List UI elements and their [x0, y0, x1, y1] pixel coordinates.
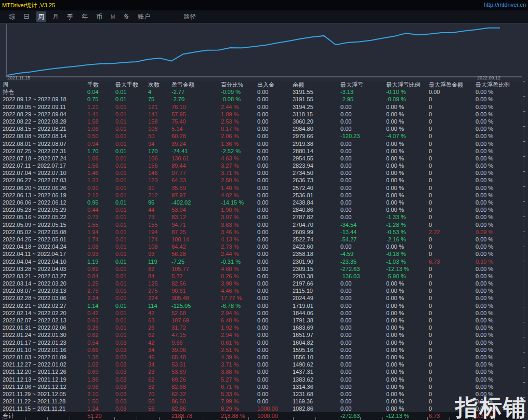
cell: 0.00 % [386, 206, 429, 213]
cell: 0.00 [340, 199, 386, 206]
right-scrollbar[interactable] [523, 81, 528, 420]
cell: 0.00 [257, 280, 293, 287]
cell: 1.58 [87, 118, 115, 125]
menu-item-币[interactable]: 币 [95, 11, 104, 22]
table-row: 2022.02.07 ~ 2022.02.130.630.0163107.696… [0, 317, 523, 324]
cell: 2954.55 [293, 155, 340, 162]
menu-item-周[interactable]: 周 [36, 11, 46, 22]
cell: 0.94 [87, 140, 115, 147]
cell: 1231.68 [293, 390, 340, 398]
cell: 0.00 % [476, 147, 523, 155]
table-row: 2022.06.20 ~ 2022.06.260.910.019135.591.… [0, 184, 523, 192]
menu-item-季[interactable]: 季 [65, 11, 75, 22]
cell: 2358.18 [293, 250, 340, 258]
cell: -23.35 [340, 258, 386, 265]
table-row: 2022.03.14 ~ 2022.03.201.250.0112582.563… [0, 280, 523, 287]
cell: 1719.01 [293, 302, 340, 309]
cell: 0 [429, 273, 476, 280]
cell: 2.44 % [221, 250, 257, 258]
site-link[interactable]: http://mtdriver.cn [484, 2, 526, 8]
menu-item-M[interactable]: M [109, 13, 116, 21]
cell: 0.01 [115, 162, 148, 169]
cell: 0.03 [115, 376, 148, 383]
cell: 3.71 % [221, 169, 257, 177]
cell: 0 [429, 96, 476, 103]
cell: 0.00 % [386, 199, 429, 206]
cell: 0.00 [340, 309, 386, 317]
cell: 0 [429, 236, 476, 243]
cell: 0.00 [257, 184, 293, 192]
cell: -13.44 [340, 228, 386, 236]
menu-bar: 综日周月季年币M备账户路径 [0, 10, 528, 23]
cell: 0.00 % [386, 405, 429, 412]
cell: 87.25 [171, 228, 221, 236]
cell: 0.00 [257, 162, 293, 169]
cell: 2536.81 [293, 192, 340, 199]
cell: 9.66 [171, 339, 221, 346]
cell: 70 [148, 390, 171, 398]
cell: 0 [429, 162, 476, 169]
cell: 39.06 [171, 346, 221, 354]
cell: 0.00 [257, 324, 293, 331]
cell: 2022.03.14 ~ 2022.03.20 [3, 280, 87, 287]
cell: 2522.74 [293, 236, 340, 243]
cell: 44 [148, 206, 171, 213]
menu-item-备[interactable]: 备 [122, 11, 131, 22]
table-row: 2021.12.06 ~ 2021.12.120.960.033282.686.… [0, 383, 523, 390]
cell: 0.01 [115, 287, 148, 294]
menu-item-月[interactable]: 月 [51, 11, 60, 22]
cell: 32 [148, 383, 171, 390]
cell: 82.86 [171, 405, 221, 412]
cell: 1.94 [87, 228, 115, 236]
cell: 2984.80 [293, 125, 340, 132]
menu-item-账户[interactable]: 账户 [136, 11, 152, 22]
cell: 0.00 % [386, 243, 429, 250]
cell: 0.00 % [476, 250, 523, 258]
cell: 0.00 % [476, 331, 523, 338]
cell: 2422.60 [293, 243, 340, 250]
cell: 5.27 % [221, 376, 257, 383]
cell: 0.00 % [476, 236, 523, 243]
cell: 0.01 [115, 206, 148, 213]
cell: 2636.73 [293, 177, 340, 184]
cell: 174 [148, 236, 171, 243]
cell: 3.46 % [221, 228, 257, 236]
cell: 2022.06.06 ~ 2022.06.12 [3, 199, 87, 206]
cell: -2.95 [340, 96, 386, 103]
menu-item-综[interactable]: 综 [7, 11, 17, 22]
cell: 0 [429, 184, 476, 192]
cell: 155 [148, 221, 171, 228]
cell: 0.84 [87, 273, 115, 280]
balance-chart: 2021.11.15 2022.09.12 [0, 23, 528, 81]
cell: 0 [429, 169, 476, 177]
menu-item-日[interactable]: 日 [22, 11, 31, 22]
menu-item-路径[interactable]: 路径 [182, 11, 197, 22]
cell: 3.63 % [221, 221, 257, 228]
cell: 0.01 [115, 243, 148, 250]
cell: 0.03 [115, 390, 148, 398]
table-row: 2022.07.11 ~ 2022.07.171.560.0115689.443… [0, 162, 523, 169]
cell: 0.96 [87, 383, 115, 390]
cell: 7.99 % [221, 398, 257, 405]
cell: 34 [148, 361, 171, 368]
table-row: 2022.07.25 ~ 2022.07.311.700.01170-74.41… [0, 147, 523, 155]
cell: 0.00 % [386, 383, 429, 390]
cell: 0.00 % [386, 140, 429, 147]
cell: 0.26 [87, 324, 115, 331]
cell: -54.27 [340, 236, 386, 243]
cell: 0.00 [340, 162, 386, 169]
cell: -4.07 % [386, 132, 429, 140]
cell: 0.00 [340, 177, 386, 184]
cell: 0.00 [340, 155, 386, 162]
cell: 2022.02.28 ~ 2022.03.06 [3, 294, 87, 302]
cell: 0.00 % [386, 280, 429, 287]
menu-item-年[interactable]: 年 [80, 11, 89, 22]
cell: 0.09 % [476, 228, 523, 236]
cell: 82.56 [171, 280, 221, 287]
column-header: 次数 [148, 81, 171, 88]
cell: 4.63 % [221, 155, 257, 162]
cell: 2.75 [87, 287, 115, 294]
table-row: 2022.06.27 ~ 2022.07.031.230.0112364.332… [0, 177, 523, 184]
cell: 0.00 % [386, 184, 429, 192]
cell: 0 [429, 213, 476, 221]
